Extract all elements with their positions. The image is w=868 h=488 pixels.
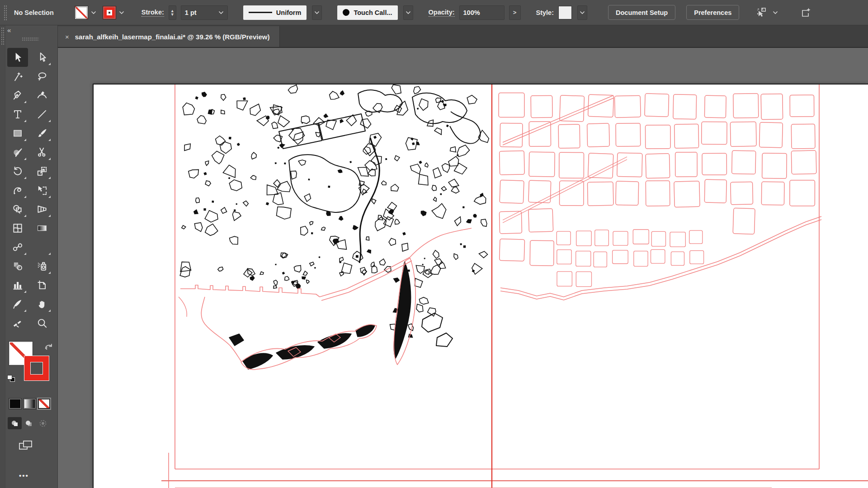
- tool-pen[interactable]: [7, 86, 28, 105]
- tool-zoom[interactable]: [32, 314, 52, 333]
- tool-lasso[interactable]: [32, 67, 52, 86]
- symbol-shift-icon: [12, 260, 24, 272]
- pen-icon: [12, 89, 24, 101]
- edit-toolbar-button[interactable]: •••: [19, 472, 57, 479]
- mesh-icon: [12, 222, 24, 234]
- stroke-weight-select[interactable]: 1 pt: [181, 5, 228, 20]
- draw-behind-button[interactable]: [22, 417, 36, 429]
- stroke-color-dropdown[interactable]: [117, 6, 126, 19]
- fill-color-swatch[interactable]: [75, 6, 88, 19]
- tool-gradient[interactable]: [32, 219, 52, 238]
- rotate-view-icon: [12, 317, 24, 329]
- scissors-icon: [36, 146, 48, 158]
- width-profile-dropdown[interactable]: [312, 5, 322, 20]
- brush-definition-dropdown[interactable]: [403, 5, 413, 20]
- opacity-more-glyph: >: [513, 9, 517, 16]
- tool-slice[interactable]: [7, 295, 28, 314]
- rectangle-icon: [12, 127, 24, 139]
- stroke-label[interactable]: Stroke:: [142, 9, 164, 17]
- draw-mode-buttons: [8, 417, 57, 429]
- draw-normal-button[interactable]: [8, 417, 22, 429]
- tool-puppet-warp[interactable]: [7, 181, 28, 200]
- perspective-grid-icon: [36, 203, 48, 215]
- tool-column-graph[interactable]: [7, 276, 28, 295]
- share-document-icon[interactable]: [799, 6, 812, 19]
- none-swatch-button[interactable]: [38, 399, 50, 409]
- opacity-label[interactable]: Opacity:: [429, 9, 455, 17]
- tool-free-transform[interactable]: [32, 181, 52, 200]
- tool-hand[interactable]: [32, 295, 52, 314]
- illustrator-window: No Selection Stroke: ▲▼ 1 pt Uniform: [0, 0, 868, 488]
- magic-wand-icon: [12, 70, 24, 82]
- tool-eyedropper[interactable]: [32, 238, 52, 257]
- opacity-more-button[interactable]: >: [509, 5, 521, 20]
- tool-symbol-sprayer[interactable]: [32, 257, 52, 276]
- tool-rotate-view[interactable]: [7, 314, 28, 333]
- lasso-icon: [36, 70, 48, 82]
- brush-definition-select[interactable]: Touch Call...: [337, 5, 397, 20]
- style-dropdown[interactable]: [577, 5, 587, 20]
- column-graph-icon: [12, 279, 24, 291]
- zoom-icon: [36, 317, 48, 329]
- tool-paintbrush[interactable]: [32, 124, 52, 143]
- tool-line-segment[interactable]: [32, 105, 52, 124]
- close-tab-icon[interactable]: ×: [65, 33, 69, 41]
- artwork: [94, 84, 868, 488]
- paintbrush-icon: [36, 127, 48, 139]
- document-tab[interactable]: × sarah_alfkeih_lasermap_finalai.ai* @ 3…: [58, 26, 280, 47]
- style-swatch[interactable]: [558, 6, 572, 19]
- artboard[interactable]: [93, 84, 868, 488]
- stroke-color-swatch[interactable]: [103, 6, 116, 19]
- document-title: sarah_alfkeih_lasermap_finalai.ai* @ 39.…: [75, 33, 270, 41]
- panel-grip-icon[interactable]: [4, 5, 7, 20]
- shaper-icon: [12, 146, 24, 158]
- fill-color-dropdown[interactable]: [89, 6, 98, 19]
- puppet-warp-icon: [12, 184, 24, 196]
- toolbar-grip-icon[interactable]: [22, 37, 39, 41]
- screen-mode-icon[interactable]: [18, 439, 57, 454]
- gradient-swatch-button[interactable]: [24, 399, 36, 409]
- stroke-weight-value: 1 pt: [185, 9, 197, 16]
- tool-artboard[interactable]: [32, 276, 52, 295]
- document-tab-bar: × sarah_alfkeih_lasermap_finalai.ai* @ 3…: [58, 25, 868, 48]
- tool-direct-selection[interactable]: [32, 48, 52, 67]
- collapse-panel-button[interactable]: «: [7, 26, 10, 34]
- tool-rotate[interactable]: [7, 162, 28, 181]
- curvature-icon: [36, 89, 48, 101]
- tool-magic-wand[interactable]: [7, 67, 28, 86]
- swatch-type-buttons: [9, 399, 57, 409]
- tool-blend[interactable]: [7, 238, 28, 257]
- document-setup-button[interactable]: Document Setup: [608, 5, 675, 20]
- selection-icon: [12, 52, 24, 63]
- blend-icon: [12, 241, 24, 253]
- hand-icon: [36, 298, 48, 310]
- tool-perspective-grid[interactable]: [32, 200, 52, 219]
- tool-grid: [7, 48, 54, 333]
- tool-scale[interactable]: [32, 162, 52, 181]
- width-profile-select[interactable]: Uniform: [243, 5, 307, 20]
- draw-inside-button[interactable]: [36, 417, 50, 429]
- swap-fill-stroke-icon[interactable]: [44, 343, 53, 352]
- tool-curvature[interactable]: [32, 86, 52, 105]
- isolate-selection-icon[interactable]: [755, 6, 768, 19]
- tool-symbol-shift[interactable]: [7, 257, 28, 276]
- tool-type[interactable]: [7, 105, 28, 124]
- slice-icon: [12, 298, 24, 310]
- isolate-selection-dropdown[interactable]: [773, 11, 778, 14]
- tool-shaper[interactable]: [7, 143, 28, 162]
- tool-selection[interactable]: [7, 48, 28, 67]
- tool-shape-builder[interactable]: [7, 200, 28, 219]
- stroke-weight-stepper[interactable]: ▲▼: [169, 5, 176, 20]
- brush-definition-value: Touch Call...: [354, 9, 392, 16]
- symbol-sprayer-icon: [36, 260, 48, 272]
- tool-mesh[interactable]: [7, 219, 28, 238]
- preferences-button[interactable]: Preferences: [686, 5, 739, 20]
- opacity-input[interactable]: 100%: [459, 5, 505, 20]
- color-swatch-button[interactable]: [9, 399, 21, 409]
- stroke-proxy-swatch[interactable]: [24, 356, 49, 380]
- canvas-pasteboard[interactable]: [58, 48, 868, 488]
- default-fill-stroke-icon[interactable]: [7, 375, 15, 382]
- free-transform-icon: [36, 184, 48, 196]
- tool-rectangle[interactable]: [7, 124, 28, 143]
- tool-scissors[interactable]: [32, 143, 52, 162]
